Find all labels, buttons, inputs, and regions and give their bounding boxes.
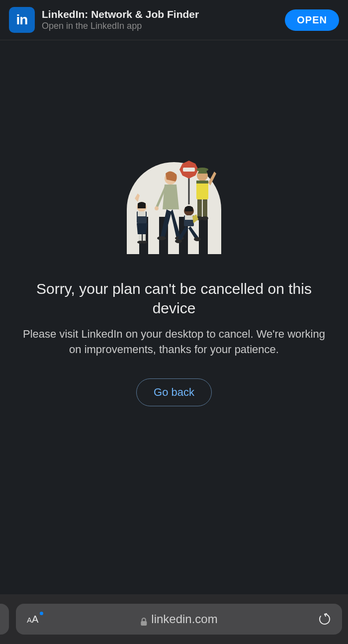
tab-switcher-edge[interactable] (0, 604, 9, 635)
svg-point-8 (196, 168, 208, 172)
svg-rect-21 (138, 211, 146, 216)
svg-rect-28 (185, 215, 193, 220)
svg-rect-31 (141, 621, 147, 626)
app-title: LinkedIn: Network & Job Finder (42, 8, 278, 20)
reload-icon[interactable] (318, 613, 331, 626)
svg-rect-11 (197, 199, 202, 218)
app-info: LinkedIn: Network & Job Finder Open in t… (42, 8, 278, 32)
lock-icon (140, 615, 147, 624)
linkedin-app-icon: in (9, 7, 35, 33)
svg-point-14 (201, 216, 208, 220)
svg-rect-10 (196, 181, 208, 184)
svg-point-30 (194, 237, 201, 241)
address-bar[interactable]: AA linkedin.com (16, 604, 342, 635)
svg-rect-6 (183, 168, 195, 172)
main-content: Sorry, your plan can't be cancelled on t… (0, 140, 348, 406)
url-text: linkedin.com (151, 612, 217, 626)
error-description: Please visit LinkedIn on your desktop to… (20, 327, 328, 358)
go-back-button[interactable]: Go back (136, 378, 212, 406)
text-size-control[interactable]: AA (27, 614, 38, 625)
indicator-dot (40, 612, 43, 615)
open-app-button[interactable]: OPEN (285, 9, 339, 31)
svg-rect-12 (203, 199, 207, 218)
error-heading: Sorry, your plan can't be cancelled on t… (20, 279, 328, 318)
svg-point-29 (175, 239, 182, 243)
svg-rect-23 (143, 234, 146, 241)
svg-rect-22 (139, 234, 142, 241)
linkedin-logo-text: in (16, 12, 28, 28)
url-display: linkedin.com (140, 612, 217, 626)
app-subtitle: Open in the LinkedIn app (42, 20, 278, 32)
svg-point-25 (141, 241, 147, 244)
svg-point-17 (157, 236, 166, 240)
svg-rect-3 (199, 217, 208, 254)
crossing-guard-illustration (117, 140, 231, 254)
svg-point-16 (155, 206, 159, 210)
browser-toolbar: AA linkedin.com (0, 594, 348, 644)
app-install-banner: in LinkedIn: Network & Job Finder Open i… (0, 0, 348, 40)
